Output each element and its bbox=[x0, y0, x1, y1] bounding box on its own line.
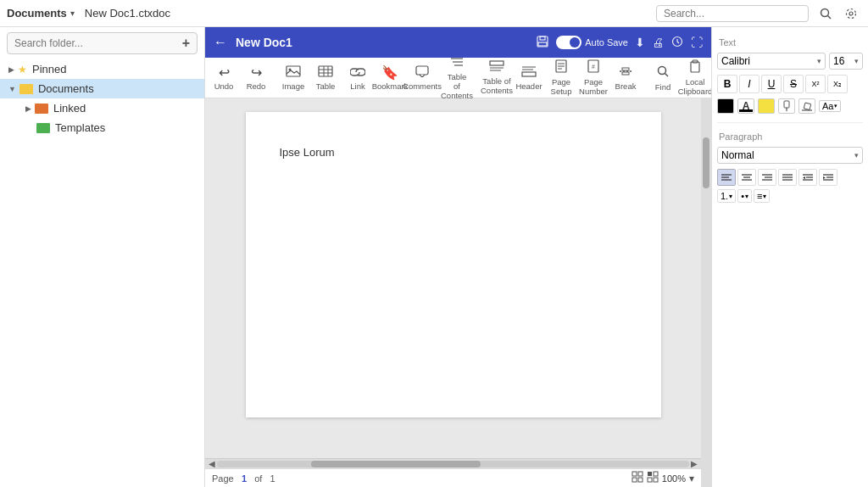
svg-rect-19 bbox=[490, 61, 504, 65]
para-style-arrow: ▾ bbox=[854, 151, 859, 160]
multilevel-list-arrow[interactable]: ▾ bbox=[763, 193, 766, 200]
font-family-select[interactable]: Calibri ▾ bbox=[717, 53, 826, 70]
unordered-list-arrow[interactable]: ▾ bbox=[745, 193, 748, 200]
h-scroll-left[interactable]: ◀ bbox=[207, 459, 217, 468]
unordered-list-button[interactable]: • ▾ bbox=[737, 189, 752, 203]
align-justify-button[interactable] bbox=[778, 169, 797, 186]
redo-button[interactable]: ↪ Redo bbox=[241, 63, 271, 92]
pinned-arrow: ▶ bbox=[8, 65, 14, 74]
sidebar-item-pinned[interactable]: ▶ ★ Pinned bbox=[0, 59, 204, 79]
search-icon[interactable] bbox=[815, 3, 836, 24]
page-setup-label: Page bbox=[552, 77, 570, 87]
app-dropdown[interactable]: ▾ bbox=[70, 8, 75, 18]
templates-label: Templates bbox=[55, 121, 105, 134]
align-center-button[interactable] bbox=[737, 169, 756, 186]
multilevel-list-button[interactable]: ≡ ▾ bbox=[754, 189, 770, 203]
page-setup-button[interactable]: Page Setup bbox=[546, 58, 576, 98]
ordered-list-button[interactable]: 1. ▾ bbox=[717, 189, 736, 203]
svg-rect-44 bbox=[648, 472, 652, 476]
status-icons: 100% ▾ bbox=[632, 471, 694, 485]
paragraph-style-select[interactable]: Normal ▾ bbox=[717, 147, 863, 164]
sidebar-item-linked[interactable]: ▶ Linked bbox=[17, 98, 204, 118]
svg-rect-50 bbox=[804, 103, 811, 110]
svg-rect-10 bbox=[319, 66, 332, 76]
indent-increase-button[interactable] bbox=[819, 169, 837, 186]
clipboard-button[interactable]: Local Clipboard bbox=[680, 58, 710, 98]
case-button[interactable]: Aa▾ bbox=[819, 100, 841, 112]
v-scroll-thumb[interactable] bbox=[703, 137, 709, 188]
h-scroll-thumb[interactable] bbox=[311, 461, 481, 467]
fullscreen-icon[interactable]: ⛶ bbox=[691, 36, 703, 49]
pin-icon: ★ bbox=[18, 64, 27, 76]
doc-page[interactable]: Ipse Lorum bbox=[246, 112, 661, 417]
image-button[interactable]: Image bbox=[278, 64, 309, 92]
superscript-button[interactable]: X² bbox=[805, 75, 826, 93]
link-icon bbox=[350, 65, 365, 81]
strikethrough-button[interactable]: S bbox=[783, 75, 804, 93]
align-left-button[interactable] bbox=[717, 169, 736, 186]
bold-button[interactable]: B bbox=[717, 75, 737, 93]
pinned-label: Pinned bbox=[32, 63, 66, 76]
footer-button[interactable]: Header bbox=[514, 64, 544, 92]
list-view-icon[interactable] bbox=[647, 471, 659, 485]
align-right-button[interactable] bbox=[758, 169, 776, 186]
table-button[interactable]: Table bbox=[310, 64, 341, 92]
linked-label: Linked bbox=[53, 102, 86, 115]
h-scrollbar[interactable]: ◀ ▶ bbox=[205, 458, 701, 468]
v-scrollbar[interactable] bbox=[701, 98, 711, 487]
toc-button[interactable]: Table of Contents bbox=[439, 54, 475, 102]
page-number-button[interactable]: # Page Number bbox=[578, 58, 609, 98]
save-icon[interactable] bbox=[536, 35, 549, 51]
sidebar-item-templates[interactable]: Templates bbox=[17, 118, 204, 137]
link-label: Link bbox=[350, 81, 364, 91]
font-color-button[interactable]: A bbox=[737, 98, 754, 114]
italic-button[interactable]: I bbox=[739, 75, 760, 93]
zoom-dropdown[interactable]: ▾ bbox=[689, 473, 694, 484]
break-icon bbox=[619, 65, 632, 81]
auto-save-label: Auto Save bbox=[585, 37, 628, 48]
indent-decrease-button[interactable] bbox=[798, 169, 817, 186]
underline-button[interactable]: U bbox=[761, 75, 782, 93]
toggle-dot bbox=[570, 37, 580, 48]
eraser-button[interactable] bbox=[798, 98, 815, 114]
download-icon[interactable]: ⬇ bbox=[635, 36, 645, 49]
header-button[interactable]: Table of Contents bbox=[481, 59, 512, 97]
page-info: Page 1 of 1 bbox=[212, 473, 632, 484]
font-family-arrow: ▾ bbox=[817, 57, 821, 65]
undo-button[interactable]: ↩ Undo bbox=[209, 63, 239, 92]
text-color-black[interactable] bbox=[717, 98, 734, 114]
h-scroll-right[interactable]: ▶ bbox=[689, 459, 699, 468]
ordered-list-arrow[interactable]: ▾ bbox=[729, 193, 732, 200]
font-size-value: 16 bbox=[833, 55, 844, 67]
subscript-button[interactable]: X₂ bbox=[827, 75, 848, 93]
ordered-list-icon: 1. bbox=[721, 191, 728, 201]
history-icon[interactable] bbox=[670, 35, 684, 51]
doc-content[interactable]: Ipse Lorum bbox=[280, 146, 627, 159]
h-scroll-track[interactable] bbox=[217, 461, 689, 467]
image-icon bbox=[286, 65, 301, 81]
clipboard-icon bbox=[689, 59, 701, 76]
settings-icon[interactable] bbox=[841, 3, 861, 24]
search-input[interactable] bbox=[664, 8, 782, 20]
link-button[interactable]: Link bbox=[342, 64, 373, 92]
find-button[interactable]: Find bbox=[648, 63, 678, 93]
svg-line-35 bbox=[665, 73, 669, 76]
toggle-bg[interactable] bbox=[556, 36, 581, 49]
font-size-select[interactable]: 16 ▾ bbox=[829, 53, 863, 70]
canvas-area[interactable]: Ipse Lorum ◀ ▶ Page bbox=[205, 98, 701, 487]
doc-header: ← New Doc1 Auto Save ⬇ 🖨 ⛶ bbox=[205, 27, 711, 58]
bookmark-icon: 🔖 bbox=[381, 64, 398, 81]
print-icon[interactable]: 🖨 bbox=[652, 36, 664, 49]
sidebar-item-documents[interactable]: ▼ Documents bbox=[0, 79, 204, 98]
highlight-yellow[interactable] bbox=[758, 98, 775, 114]
svg-rect-43 bbox=[638, 478, 643, 482]
bookmark-button[interactable]: 🔖 Bookmark bbox=[375, 63, 405, 92]
auto-save-toggle[interactable]: Auto Save bbox=[556, 36, 628, 49]
highlight-button[interactable] bbox=[778, 98, 795, 114]
back-button[interactable]: ← bbox=[214, 35, 227, 50]
break-button[interactable]: Break bbox=[610, 64, 641, 92]
folder-search-input[interactable] bbox=[14, 37, 179, 49]
comments-button[interactable]: Comments bbox=[407, 64, 437, 92]
grid-view-icon[interactable] bbox=[632, 471, 643, 485]
add-folder-button[interactable]: + bbox=[182, 36, 190, 51]
